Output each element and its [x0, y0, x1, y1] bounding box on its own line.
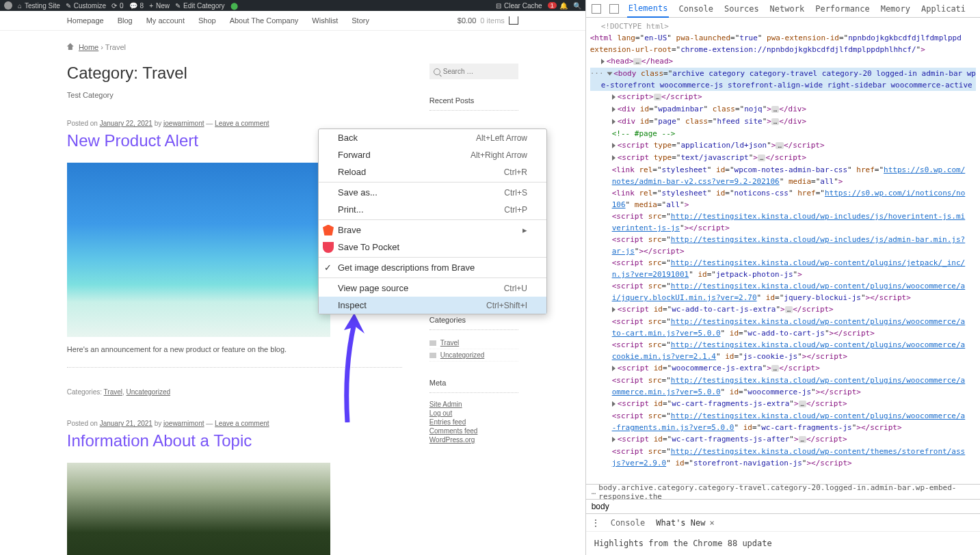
- ctx-print[interactable]: Print...Ctrl+P: [319, 201, 546, 218]
- cat-link[interactable]: Travel: [440, 339, 459, 347]
- annotation-arrow: [327, 313, 368, 422]
- post-author-link[interactable]: joewarnimont: [163, 420, 204, 427]
- clear-cache-link[interactable]: ⊟Clear Cache: [496, 2, 542, 10]
- cart-total: $0.00: [458, 16, 477, 25]
- pocket-icon: [323, 242, 334, 253]
- main-nav: Homepage Blog My account Shop About The …: [67, 16, 518, 25]
- ctx-back[interactable]: BackAlt+Left Arrow: [319, 129, 546, 146]
- browser-viewport: ⌂Testing Site ✎Customize ⟳0 💬8 +New ✎Edi…: [0, 0, 585, 555]
- tab-memory[interactable]: Memory: [879, 1, 912, 17]
- search-icon[interactable]: 🔍: [573, 2, 581, 10]
- leave-comment-link[interactable]: Leave a comment: [215, 120, 269, 127]
- ctx-forward[interactable]: ForwardAlt+Right Arrow: [319, 146, 546, 163]
- tab-elements[interactable]: Elements: [627, 0, 670, 18]
- folder-icon: [429, 340, 436, 346]
- context-menu: BackAlt+Left Arrow ForwardAlt+Right Arro…: [318, 128, 547, 314]
- ctx-reload[interactable]: ReloadCtrl+R: [319, 163, 546, 180]
- devtools-toolbar: Elements Console Sources Network Perform…: [586, 0, 980, 18]
- meta-link[interactable]: Entries feed: [429, 418, 518, 427]
- elements-tree[interactable]: <!DOCTYPE html> <html lang="en-US" pwa-l…: [586, 18, 980, 484]
- inspect-element-icon[interactable]: [592, 4, 601, 14]
- close-icon[interactable]: ×: [709, 518, 714, 528]
- page-title: Category: Travel: [67, 64, 402, 83]
- post-entry: Posted on January 21, 2021 by joewarnimo…: [67, 420, 402, 555]
- devtools-breadcrumb[interactable]: … body.archive.category.category-travel.…: [586, 484, 980, 499]
- breadcrumb-home[interactable]: Home: [79, 43, 98, 51]
- search-widget[interactable]: [429, 64, 518, 79]
- tab-network[interactable]: Network: [769, 1, 806, 17]
- edit-category-link[interactable]: ✎Edit Category: [175, 2, 225, 10]
- cat-link-travel[interactable]: Travel: [104, 388, 122, 396]
- post-author-link[interactable]: joewarnimont: [163, 120, 204, 127]
- post-title-link[interactable]: New Product Alert: [67, 131, 198, 150]
- devtools-drawer-tabs: ⋮ Console What's New ×: [586, 513, 980, 531]
- new-link[interactable]: +New: [149, 2, 170, 10]
- wp-admin-bar: ⌂Testing Site ✎Customize ⟳0 💬8 +New ✎Edi…: [0, 0, 585, 11]
- ctx-view-source[interactable]: View page sourceCtrl+U: [319, 280, 546, 297]
- cart-link[interactable]: $0.00 0 items: [458, 16, 518, 25]
- ctx-pocket[interactable]: Save To Pocket: [319, 239, 546, 256]
- tab-sources[interactable]: Sources: [723, 1, 760, 17]
- widget-title-categories: Categories: [429, 316, 518, 330]
- ctx-image-descriptions[interactable]: Get image descriptions from Brave: [319, 259, 546, 276]
- device-toolbar-icon[interactable]: [609, 4, 619, 14]
- stats-link[interactable]: ⬤: [230, 2, 238, 10]
- tab-application[interactable]: Applicati: [920, 1, 967, 17]
- brave-icon: [323, 225, 334, 236]
- cart-icon: [509, 16, 518, 25]
- ctx-inspect[interactable]: InspectCtrl+Shift+I: [319, 297, 546, 314]
- breadcrumb: Home › Travel: [53, 31, 532, 64]
- search-icon: [434, 68, 440, 75]
- meta-link[interactable]: Comments feed: [429, 427, 518, 435]
- folder-icon: [429, 353, 436, 358]
- nav-blog[interactable]: Blog: [118, 16, 133, 25]
- cat-link[interactable]: Uncategorized: [440, 351, 484, 359]
- tab-console[interactable]: Console: [677, 1, 715, 17]
- post-featured-image[interactable]: [67, 163, 330, 337]
- notifications-link[interactable]: 1🔔: [548, 2, 568, 10]
- widget-title-meta: Meta: [429, 379, 518, 393]
- drawer-menu-icon[interactable]: ⋮: [592, 518, 600, 528]
- meta-link[interactable]: Log out: [429, 409, 518, 418]
- devtools-search[interactable]: [586, 499, 980, 513]
- list-item: Uncategorized: [429, 349, 518, 362]
- nav-story[interactable]: Story: [352, 16, 369, 25]
- cat-link-uncategorized[interactable]: Uncategorized: [127, 388, 170, 396]
- site-name[interactable]: ⌂Testing Site: [18, 2, 60, 10]
- home-icon: [67, 43, 74, 50]
- drawer-content: Highlights from the Chrome 88 update: [586, 531, 980, 555]
- drawer-tab-console[interactable]: Console: [611, 518, 646, 528]
- post-title-link[interactable]: Information About a Topic: [67, 431, 252, 450]
- meta-link[interactable]: WordPress.org: [429, 435, 518, 444]
- list-item: Travel: [429, 337, 518, 349]
- nav-homepage[interactable]: Homepage: [67, 16, 104, 25]
- site-header: Homepage Blog My account Shop About The …: [0, 11, 585, 31]
- updates-link[interactable]: ⟳0: [111, 2, 124, 10]
- comments-link[interactable]: 💬8: [129, 2, 144, 10]
- nav-my-account[interactable]: My account: [146, 16, 185, 25]
- breadcrumb-current: Travel: [105, 43, 126, 51]
- wp-logo[interactable]: [4, 1, 12, 10]
- ctx-brave[interactable]: Brave▸: [319, 221, 546, 239]
- nav-about[interactable]: About The Company: [230, 16, 299, 25]
- devtools-panel: Elements Console Sources Network Perform…: [585, 0, 980, 555]
- drawer-tab-whats-new[interactable]: What's New: [656, 518, 705, 528]
- devtools-search-input[interactable]: [592, 502, 975, 511]
- post-meta: Posted on January 22, 2021 by joewarnimo…: [67, 120, 402, 127]
- nav-wishlist[interactable]: Wishlist: [312, 16, 338, 25]
- widget-title-recent: Recent Posts: [429, 96, 518, 111]
- tab-performance[interactable]: Performance: [814, 1, 871, 17]
- meta-link[interactable]: Site Admin: [429, 400, 518, 409]
- leave-comment-link[interactable]: Leave a comment: [215, 420, 269, 427]
- post-date-link[interactable]: January 22, 2021: [100, 120, 153, 127]
- ctx-save-as[interactable]: Save as...Ctrl+S: [319, 184, 546, 201]
- post-date-link[interactable]: January 21, 2021: [100, 420, 153, 427]
- search-input[interactable]: [443, 68, 491, 75]
- post-featured-image[interactable]: [67, 463, 330, 555]
- category-description: Test Category: [67, 91, 402, 99]
- customize-link[interactable]: ✎Customize: [66, 2, 106, 10]
- nav-shop[interactable]: Shop: [198, 16, 216, 25]
- cart-items: 0 items: [480, 16, 504, 25]
